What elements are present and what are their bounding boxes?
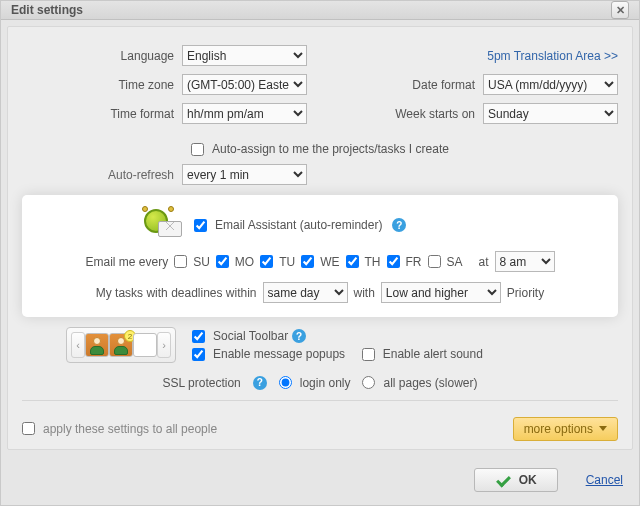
language-select[interactable]: English	[182, 45, 307, 66]
ssl-login-only[interactable]: login only	[279, 376, 351, 390]
day-SU-checkbox[interactable]	[174, 255, 187, 268]
deadline-prefix: My tasks with deadlines within	[96, 286, 257, 300]
toolbar-prev-button[interactable]: ‹	[71, 332, 85, 358]
popups-label: Enable message popups	[213, 347, 345, 361]
check-icon	[495, 474, 511, 486]
chevron-left-icon: ‹	[76, 339, 80, 351]
more-options-button[interactable]: more options	[513, 417, 618, 441]
avatar-empty[interactable]	[133, 333, 157, 357]
auto-assign-control[interactable]: Auto-assign to me the projects/tasks I c…	[191, 142, 449, 156]
ssl-allpages-radio[interactable]	[362, 376, 375, 389]
cancel-link[interactable]: Cancel	[586, 473, 623, 487]
chevron-right-icon: ›	[162, 339, 166, 351]
deadline-range-select[interactable]: same day	[263, 282, 348, 303]
apply-all-toggle[interactable]: apply these settings to all people	[22, 422, 217, 436]
email-assistant-label: Email Assistant (auto-reminder)	[215, 218, 382, 232]
avatar-user-2[interactable]: 2	[109, 333, 133, 357]
social-row: ‹ 2 › Social Toolbar ? Enable	[22, 327, 618, 364]
ok-label: OK	[519, 473, 537, 487]
timezone-select[interactable]: (GMT-05:00) Easte	[182, 74, 307, 95]
translation-area-link[interactable]: 5pm Translation Area >>	[487, 49, 618, 63]
priority-select[interactable]: Low and higher	[381, 282, 501, 303]
apply-all-label: apply these settings to all people	[43, 422, 217, 436]
titlebar: Edit settings ✕	[1, 1, 639, 20]
ssl-allpages-label: all pages (slower)	[383, 376, 477, 390]
ssl-login-label: login only	[300, 376, 351, 390]
sound-checkbox[interactable]	[362, 348, 375, 361]
email-assistant-toggle[interactable]: Email Assistant (auto-reminder)	[194, 218, 382, 232]
day-SU[interactable]: SU	[174, 255, 210, 269]
with-label: with	[354, 286, 375, 300]
ssl-login-radio[interactable]	[279, 376, 292, 389]
language-label: Language	[22, 49, 182, 63]
close-icon: ✕	[616, 4, 625, 17]
deadline-row: My tasks with deadlines within same day …	[34, 282, 606, 303]
day-FR[interactable]: FR	[387, 255, 422, 269]
help-icon-ssl[interactable]: ?	[253, 376, 267, 390]
button-bar: OK Cancel	[1, 456, 639, 506]
email-assistant-checkbox[interactable]	[194, 219, 207, 232]
day-SA-checkbox[interactable]	[428, 255, 441, 268]
day-SA[interactable]: SA	[428, 255, 463, 269]
avatar-user-1[interactable]	[85, 333, 109, 357]
ssl-label: SSL protection	[162, 376, 240, 390]
day-TU[interactable]: TU	[260, 255, 295, 269]
edit-settings-dialog: Edit settings ✕ Language English 5pm Tra…	[0, 0, 640, 506]
apply-all-checkbox[interactable]	[22, 422, 35, 435]
chevron-down-icon	[599, 426, 607, 431]
more-options-label: more options	[524, 422, 593, 436]
divider	[22, 400, 618, 401]
dialog-title: Edit settings	[11, 3, 83, 17]
email-me-label: Email me every	[85, 255, 168, 269]
auto-refresh-label: Auto-refresh	[22, 168, 182, 182]
content-area: Language English 5pm Translation Area >>…	[7, 26, 633, 450]
email-time-select[interactable]: 8 am	[495, 251, 555, 272]
day-WE-checkbox[interactable]	[301, 255, 314, 268]
day-WE[interactable]: WE	[301, 255, 339, 269]
popups-toggle[interactable]: Enable message popups	[192, 347, 345, 361]
row-language: Language English 5pm Translation Area >>	[22, 45, 618, 66]
dateformat-label: Date format	[412, 78, 483, 92]
row-timeformat-weekstarts: Time format hh/mm pm/am Week starts on S…	[22, 103, 618, 124]
social-toolbar-widget[interactable]: ‹ 2 ›	[66, 327, 176, 363]
email-days-row: Email me every SU MO TU WE TH FR SA at 8…	[34, 251, 606, 272]
email-assistant-header: Email Assistant (auto-reminder) ?	[34, 209, 606, 241]
weekstarts-select[interactable]: Sunday	[483, 103, 618, 124]
toolbar-next-button[interactable]: ›	[157, 332, 171, 358]
auto-assign-checkbox[interactable]	[191, 143, 204, 156]
row-auto-refresh: Auto-refresh every 1 min	[22, 164, 618, 185]
social-toolbar-toggle[interactable]: Social Toolbar ?	[192, 329, 483, 343]
social-options: Social Toolbar ? Enable message popups E…	[192, 327, 483, 364]
timeformat-label: Time format	[22, 107, 182, 121]
ssl-all-pages[interactable]: all pages (slower)	[362, 376, 477, 390]
sound-toggle[interactable]: Enable alert sound	[362, 347, 483, 361]
dateformat-select[interactable]: USA (mm/dd/yyyy)	[483, 74, 618, 95]
ssl-row: SSL protection ? login only all pages (s…	[22, 376, 618, 390]
email-assistant-panel: Email Assistant (auto-reminder) ? Email …	[22, 195, 618, 317]
social-toolbar-label: Social Toolbar	[213, 329, 288, 343]
day-FR-checkbox[interactable]	[387, 255, 400, 268]
row-timezone-dateformat: Time zone (GMT-05:00) Easte Date format …	[22, 74, 618, 95]
footer-row: apply these settings to all people more …	[22, 417, 618, 441]
auto-assign-label: Auto-assign to me the projects/tasks I c…	[212, 142, 449, 156]
sound-label: Enable alert sound	[383, 347, 483, 361]
popups-sound-row: Enable message popups Enable alert sound	[192, 347, 483, 364]
day-MO[interactable]: MO	[216, 255, 254, 269]
weekstarts-label: Week starts on	[395, 107, 483, 121]
help-icon-social[interactable]: ?	[292, 329, 306, 343]
ok-button[interactable]: OK	[474, 468, 558, 492]
auto-refresh-select[interactable]: every 1 min	[182, 164, 307, 185]
day-TH-checkbox[interactable]	[346, 255, 359, 268]
day-TU-checkbox[interactable]	[260, 255, 273, 268]
at-label: at	[479, 255, 489, 269]
day-MO-checkbox[interactable]	[216, 255, 229, 268]
popups-checkbox[interactable]	[192, 348, 205, 361]
social-toolbar-checkbox[interactable]	[192, 330, 205, 343]
close-button[interactable]: ✕	[611, 1, 629, 19]
help-icon[interactable]: ?	[392, 218, 406, 232]
alarm-mail-icon	[144, 209, 184, 241]
timezone-label: Time zone	[22, 78, 182, 92]
priority-label: Priority	[507, 286, 544, 300]
timeformat-select[interactable]: hh/mm pm/am	[182, 103, 307, 124]
day-TH[interactable]: TH	[346, 255, 381, 269]
